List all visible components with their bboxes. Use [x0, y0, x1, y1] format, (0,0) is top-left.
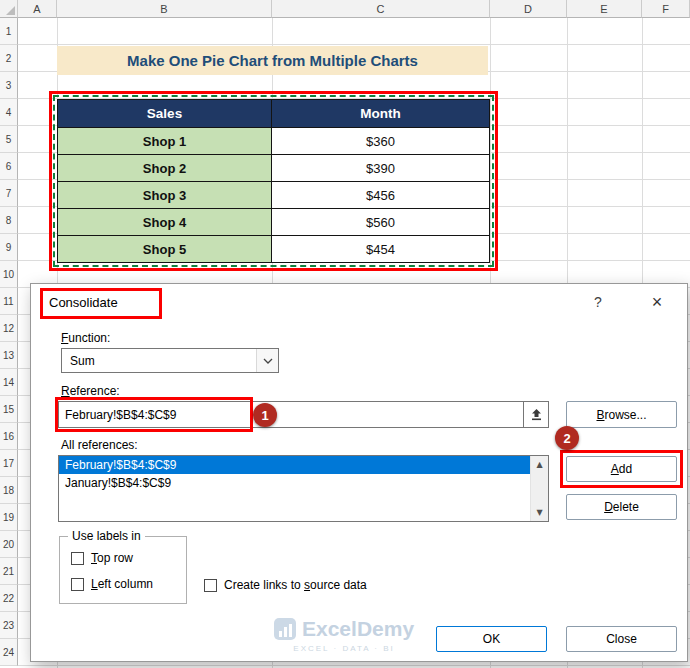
all-references-list[interactable]: February!$B$4:$C$9 January!$B$4:$C$9 ▲ ▼	[58, 455, 549, 522]
sheet-title: Make One Pie Chart from Multiple Charts	[57, 46, 488, 75]
use-labels-legend: Use labels in	[68, 529, 145, 543]
row-header[interactable]: 3	[0, 72, 18, 99]
excel-window: A B C D E F 1 2 3 4 5 6 7 8 9 10 11	[0, 0, 690, 668]
row-header[interactable]: 10	[0, 261, 18, 288]
col-header-c[interactable]: C	[272, 0, 490, 18]
row-header[interactable]: 6	[0, 153, 18, 180]
watermark: ExcelDemy EXCEL · DATA · BI	[274, 617, 414, 653]
scroll-down-icon[interactable]: ▼	[531, 508, 548, 517]
browse-button[interactable]: Browse...	[566, 401, 677, 428]
row-header[interactable]: 5	[0, 126, 18, 153]
ok-button[interactable]: OK	[436, 626, 547, 652]
top-row-option[interactable]: Top row	[71, 551, 133, 565]
close-dialog-button[interactable]: Close	[566, 626, 677, 652]
consolidate-dialog: Consolidate ? × Function: Sum Reference:…	[30, 283, 688, 662]
select-all-triangle-icon	[6, 6, 15, 15]
row-header[interactable]: 23	[0, 612, 18, 639]
select-all-corner[interactable]	[0, 0, 18, 18]
left-column-label: Left column	[91, 577, 153, 591]
row-header[interactable]: 12	[0, 315, 18, 342]
step-2-badge: 2	[555, 426, 579, 450]
create-links-checkbox[interactable]	[204, 579, 217, 592]
top-row-checkbox[interactable]	[71, 552, 84, 565]
close-icon[interactable]: ×	[641, 289, 673, 315]
row-header[interactable]: 19	[0, 504, 18, 531]
row-header[interactable]: 9	[0, 234, 18, 261]
reference-item-selected[interactable]: February!$B$4:$C$9	[59, 456, 531, 474]
reference-item[interactable]: January!$B$4:$C$9	[59, 474, 531, 492]
row-header[interactable]: 20	[0, 531, 18, 558]
help-icon[interactable]: ?	[583, 290, 613, 314]
col-header-a[interactable]: A	[18, 0, 57, 18]
row-header[interactable]: 17	[0, 450, 18, 477]
row-header[interactable]: 21	[0, 558, 18, 585]
scroll-up-icon[interactable]: ▲	[531, 460, 548, 469]
left-column-option[interactable]: Left column	[71, 577, 153, 591]
create-links-option[interactable]: Create links to source data	[204, 578, 367, 592]
row-header[interactable]: 8	[0, 207, 18, 234]
column-headers: A B C D E F	[0, 0, 690, 18]
delete-button[interactable]: Delete	[566, 494, 677, 520]
row-header[interactable]: 18	[0, 477, 18, 504]
chevron-down-icon[interactable]	[256, 349, 278, 372]
exceldemy-logo-icon	[274, 618, 296, 640]
col-header-e[interactable]: E	[567, 0, 642, 18]
left-column-checkbox[interactable]	[71, 578, 84, 591]
list-scrollbar[interactable]: ▲ ▼	[530, 456, 548, 521]
use-labels-group: Use labels in	[59, 536, 187, 604]
step-1-badge: 1	[253, 403, 277, 427]
row-header[interactable]: 13	[0, 342, 18, 369]
watermark-tagline: EXCEL · DATA · BI	[293, 644, 394, 653]
row-header[interactable]: 7	[0, 180, 18, 207]
row-header[interactable]: 1	[0, 18, 18, 45]
reference-input[interactable]	[59, 402, 523, 427]
watermark-name: ExcelDemy	[302, 617, 414, 641]
function-label: Function:	[61, 331, 110, 345]
reference-inputbox	[58, 401, 549, 428]
row-headers: 1 2 3 4 5 6 7 8 9 10 11 12 13 14 15	[0, 18, 18, 666]
create-links-label: Create links to source data	[224, 578, 367, 592]
row-header[interactable]: 15	[0, 396, 18, 423]
row-header[interactable]: 22	[0, 585, 18, 612]
row-header[interactable]: 2	[0, 45, 18, 72]
row-header[interactable]: 11	[0, 288, 18, 315]
reference-label: Reference:	[61, 384, 120, 398]
function-dropdown[interactable]: Sum	[61, 348, 279, 373]
add-button[interactable]: Add	[566, 456, 677, 482]
col-header-d[interactable]: D	[490, 0, 567, 18]
col-header-b[interactable]: B	[57, 0, 272, 18]
row-header[interactable]: 16	[0, 423, 18, 450]
collapse-dialog-icon[interactable]	[523, 402, 548, 427]
col-header-f[interactable]: F	[642, 0, 690, 18]
row-header[interactable]: 14	[0, 369, 18, 396]
selection-marching-ants	[53, 95, 494, 267]
function-selected-value: Sum	[62, 349, 256, 372]
row-header[interactable]: 24	[0, 639, 18, 666]
row-header[interactable]: 4	[0, 99, 18, 126]
all-references-label: All references:	[61, 438, 138, 452]
dialog-title: Consolidate	[49, 295, 118, 310]
top-row-label: Top row	[91, 551, 133, 565]
